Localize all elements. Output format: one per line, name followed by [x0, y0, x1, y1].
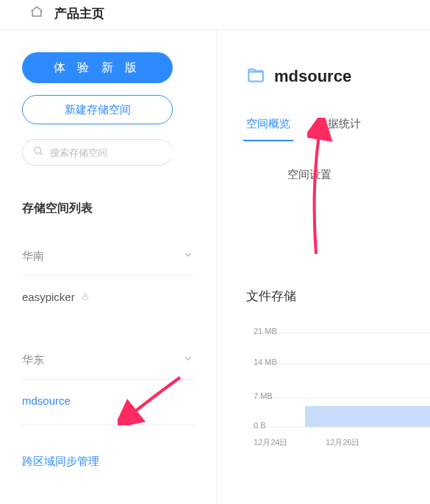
x-tick: 12月24日: [254, 437, 287, 448]
main-header: mdsource: [246, 65, 430, 88]
try-new-button[interactable]: 体 验 新 版: [22, 52, 173, 83]
lock-icon: [81, 291, 90, 303]
tab-label: 空间概览: [246, 117, 290, 129]
home-icon: [29, 4, 44, 22]
bucket-name: easypicker: [22, 291, 75, 303]
svg-rect-1: [82, 297, 87, 300]
main: mdsource 空间概览 数据统计 空间设置 文件存储 21 MB 14 MB…: [217, 30, 430, 503]
storage-title: 文件存储: [246, 288, 430, 305]
x-tick: 12月26日: [326, 437, 359, 448]
region-name-east: 华东: [22, 353, 44, 367]
gridline: [254, 397, 430, 398]
tab-label: 空间设置: [287, 168, 332, 180]
tab-label: 数据统计: [317, 117, 361, 129]
svg-rect-2: [248, 72, 263, 82]
sidebar: 体 验 新 版 新建存储空间 存储空间列表 华南 easypicker: [0, 30, 217, 503]
bucket-item-easypicker[interactable]: easypicker: [22, 276, 194, 319]
new-bucket-button[interactable]: 新建存储空间: [22, 95, 173, 124]
tab-overview[interactable]: 空间概览: [246, 117, 290, 141]
tabs: 空间概览 数据统计 空间设置: [246, 117, 430, 192]
tab-stats[interactable]: 数据统计: [317, 117, 361, 141]
bucket-name: mdsource: [22, 394, 71, 407]
tab-settings[interactable]: 空间设置: [287, 168, 332, 192]
chart-bar-area: [305, 406, 430, 427]
try-new-label: 体 验 新 版: [54, 60, 141, 76]
new-bucket-label: 新建存储空间: [65, 103, 131, 117]
y-tick: 14 MB: [254, 358, 277, 366]
folder-icon: [246, 65, 265, 88]
storage-chart: 21 MB 14 MB 7 MB 0 B 12月24日 12月26日: [254, 327, 430, 437]
search-wrap[interactable]: [22, 139, 173, 166]
region-row-south[interactable]: 华南: [22, 241, 194, 276]
gridline: [254, 333, 430, 333]
search-icon: [33, 146, 44, 160]
y-tick: 7 MB: [254, 391, 273, 400]
main-title: mdsource: [274, 67, 351, 86]
y-tick: 0 B: [254, 421, 266, 430]
gridline: [254, 363, 430, 364]
region-name-south: 华南: [22, 249, 44, 263]
chevron-down-icon: [182, 249, 194, 263]
y-tick: 21 MB: [254, 327, 277, 336]
page-title: 产品主页: [54, 5, 104, 22]
bucket-list-title: 存储空间列表: [22, 201, 194, 216]
layout: 体 验 新 版 新建存储空间 存储空间列表 华南 easypicker: [0, 30, 430, 503]
header: 产品主页: [0, 0, 430, 30]
svg-point-0: [35, 146, 41, 153]
gridline: [254, 427, 430, 427]
region-row-east[interactable]: 华东: [22, 345, 194, 380]
sync-link[interactable]: 跨区域同步管理: [22, 455, 194, 469]
sync-link-label: 跨区域同步管理: [22, 455, 99, 467]
bucket-item-mdsource[interactable]: mdsource: [22, 380, 194, 425]
search-input[interactable]: [50, 147, 173, 158]
chevron-down-icon: [182, 352, 194, 367]
